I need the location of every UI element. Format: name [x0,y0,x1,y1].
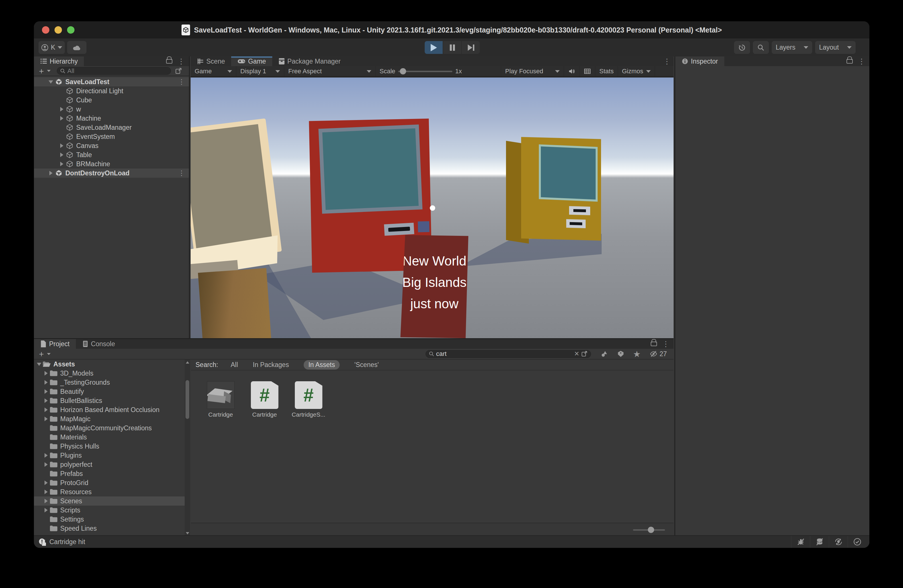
search-by-label-icon[interactable] [617,350,625,358]
expand-toggle[interactable] [42,408,49,412]
tab-scene[interactable]: Scene [190,56,231,66]
folder-plugins[interactable]: Plugins [34,451,185,460]
panel-menu-button[interactable]: ⋮ [662,340,670,348]
folder-materials[interactable]: Materials [34,433,185,442]
play-focused-dropdown[interactable]: Play Focused [501,66,564,77]
panel-menu-button[interactable]: ⋮ [858,57,865,65]
panel-menu-button[interactable]: ⋮ [663,57,671,65]
aspect-ratio-dropdown[interactable]: Free Aspect [284,66,376,77]
scale-slider[interactable] [398,71,452,72]
folder-protogrid[interactable]: ProtoGrid [34,478,185,487]
folder-tree-scrollbar[interactable] [185,360,190,536]
project-search-input[interactable]: cart ✕ [426,350,591,358]
account-dropdown[interactable]: K [39,41,65,54]
create-asset-button[interactable]: ＋ [38,348,51,359]
expand-toggle[interactable] [58,107,65,111]
folder-bulletballistics[interactable]: BulletBallistics [34,396,185,405]
folder-beautify[interactable]: Beautify [34,387,185,396]
global-search-button[interactable] [753,41,769,54]
search-filter--scenes-[interactable]: 'Scenes' [354,361,379,369]
hierarchy-item-directional-light[interactable]: Directional Light [34,86,189,96]
tab-inspector[interactable]: Inspector [675,56,724,66]
expand-toggle[interactable] [36,363,42,366]
scale-slider-thumb[interactable] [400,68,406,74]
hierarchy-item-w[interactable]: w [34,105,189,114]
hierarchy-item-cube[interactable]: Cube [34,96,189,105]
folder-3d-models[interactable]: 3D_Models [34,369,185,378]
game-viewport[interactable]: New World Big Islands just now [190,78,673,338]
step-button[interactable] [462,41,480,54]
panel-menu-button[interactable]: ⋮ [178,57,185,65]
undo-history-button[interactable] [734,41,750,54]
asset-item-cartridge[interactable]: Cartridge [202,381,239,523]
asset-item-cartridge[interactable]: #Cartridge [246,381,283,523]
expand-toggle[interactable] [42,508,49,513]
tab-console[interactable]: Console [76,339,121,349]
row-menu-button[interactable]: ⋮ [178,78,185,86]
hierarchy-item-saveloadmanager[interactable]: SaveLoadManager [34,123,189,132]
scroll-up-arrow[interactable] [186,361,189,364]
folder-speed-lines[interactable]: Speed Lines [34,524,185,533]
expand-toggle[interactable] [42,380,49,385]
hierarchy-item-brmachine[interactable]: BRMachine [34,159,189,169]
pause-button[interactable] [443,41,461,54]
background-tasks-button[interactable] [848,536,867,548]
expand-toggle[interactable] [42,389,49,394]
lock-icon[interactable] [651,342,657,346]
hierarchy-scene-row-dontdestroyonload[interactable]: DontDestroyOnLoad⋮ [34,169,189,178]
tab-project[interactable]: Project [34,339,76,349]
folder-mapmagiccommunitycreations[interactable]: MapMagicCommunityCreations [34,423,185,433]
open-new-window-icon[interactable] [581,350,588,357]
row-menu-button[interactable]: ⋮ [178,169,185,177]
scrollbar-thumb[interactable] [186,380,189,419]
hierarchy-item-machine[interactable]: Machine [34,114,189,123]
thumbnail-size-slider[interactable] [633,529,665,531]
folder-physics-hulls[interactable]: Physics Hulls [34,442,185,451]
expand-toggle[interactable] [58,143,65,148]
layout-dropdown[interactable]: Layout [815,41,856,54]
scroll-down-arrow[interactable] [186,532,189,535]
clear-search-icon[interactable]: ✕ [574,350,579,358]
expand-toggle[interactable] [42,480,49,485]
thumbnail-size-thumb[interactable] [648,527,654,533]
hierarchy-scene-row-saveloadtest[interactable]: SaveLoadTest⋮ [34,77,189,86]
favorites-star-icon[interactable]: ★ [633,349,641,359]
stats-button[interactable]: Stats [595,66,618,77]
hidden-packages-toggle[interactable]: 27 [649,350,667,358]
hierarchy-item-table[interactable]: Table [34,150,189,159]
status-bar[interactable]: Cartridge hit [34,535,869,548]
tab-game[interactable]: Game [231,56,272,66]
cache-server-status-button[interactable] [810,536,829,548]
folder-polyperfect[interactable]: polyperfect [34,460,185,469]
folder--testinggrounds[interactable]: _TestingGrounds [34,378,185,387]
expand-toggle[interactable] [42,489,49,494]
gizmos-dropdown[interactable]: Gizmos [618,66,655,77]
expand-toggle[interactable] [42,417,49,421]
frame-capture-button[interactable] [580,66,595,77]
folder-mapmagic[interactable]: MapMagic [34,414,185,423]
auto-refresh-status-button[interactable] [829,536,848,548]
cloud-services-button[interactable] [67,41,87,54]
expand-toggle[interactable] [58,152,65,157]
expand-toggle[interactable] [42,398,49,403]
tab-hierarchy[interactable]: Hierarchy [34,56,84,66]
debugger-status-button[interactable] [791,536,810,548]
search-filter-all[interactable]: All [231,361,238,369]
folder-prefabs[interactable]: Prefabs [34,469,185,478]
hierarchy-item-eventsystem[interactable]: EventSystem [34,132,189,141]
expand-toggle[interactable] [47,80,55,83]
hierarchy-search-input[interactable]: All [57,67,171,75]
folder-resources[interactable]: Resources [34,487,185,497]
display-dropdown[interactable]: Display 1 [236,66,284,77]
lock-icon[interactable] [166,59,172,64]
folder-horizon-based-ambient-occlusion[interactable]: Horizon Based Ambient Occlusion [34,405,185,414]
hierarchy-item-canvas[interactable]: Canvas [34,141,189,150]
layers-dropdown[interactable]: Layers [772,41,812,54]
search-by-type-icon[interactable] [601,350,609,358]
expand-toggle[interactable] [47,171,55,176]
folder-scripts[interactable]: Scripts [34,506,185,515]
search-filter-in-assets[interactable]: In Assets [304,360,339,370]
open-new-window-icon[interactable] [175,67,182,75]
expand-toggle[interactable] [58,162,65,166]
minimize-window-button[interactable] [55,26,62,34]
